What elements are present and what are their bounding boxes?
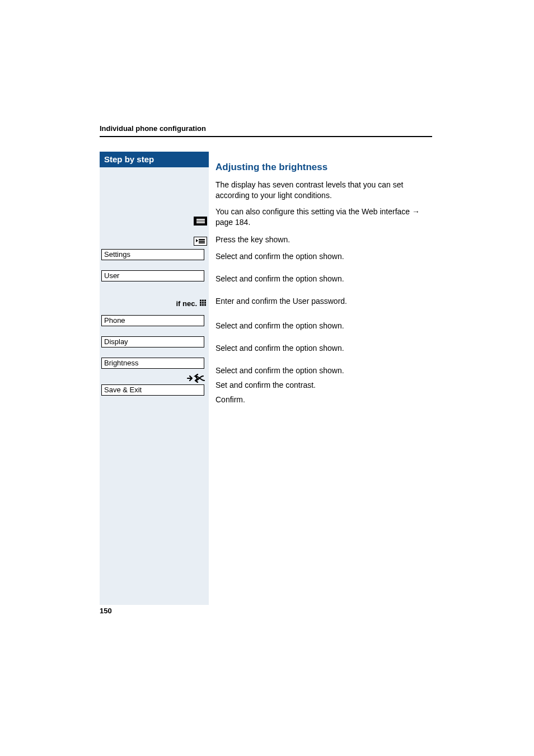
content-heading: Adjusting the brightness: [216, 162, 432, 173]
set-confirm-icon: [186, 374, 205, 383]
sidebar-row-brightness: Brightness: [100, 358, 209, 384]
keypad-icon: [199, 299, 207, 307]
menu-option-phone: Phone: [101, 315, 204, 326]
page-header: Individual phone configuration: [100, 124, 432, 137]
if-nec-text: if nec.: [176, 299, 197, 308]
web-note-post: page 184.: [216, 218, 250, 227]
step-set-contrast: Set and confirm the contrast.: [216, 379, 432, 393]
sidebar-row-display: Display: [100, 336, 209, 358]
step-brightness: Select and confirm the option shown.: [216, 364, 432, 379]
step-settings: Select and confirm the option shown.: [216, 250, 432, 273]
sidebar-row-press-key: [100, 233, 209, 249]
sidebar-row-user: User: [100, 270, 209, 292]
step-user: Select and confirm the option shown.: [216, 273, 432, 295]
step-sidebar: Step by step: [100, 152, 209, 605]
sidebar-spacer: [100, 167, 209, 209]
web-note-pre: You can also configure this setting via …: [216, 207, 412, 216]
menu-option-save-exit: Save & Exit: [101, 384, 204, 396]
arrow-icon: →: [412, 207, 420, 216]
menu-option-display: Display: [101, 336, 204, 348]
content-column: Adjusting the brightness The display has…: [216, 152, 432, 605]
sidebar-row-settings: Settings: [100, 249, 209, 270]
sidebar-row-phone: Phone: [100, 315, 209, 336]
step-display: Select and confirm the option shown.: [216, 342, 432, 364]
page: Individual phone configuration Step by s…: [0, 0, 534, 756]
menu-option-brightness: Brightness: [101, 358, 204, 369]
menu-option-user: User: [101, 270, 204, 281]
sidebar-row-save-exit: Save & Exit: [100, 384, 209, 406]
sidebar-row-web-icon: [100, 209, 209, 233]
web-config-icon: [194, 217, 207, 226]
two-column-layout: Step by step: [100, 152, 432, 605]
step-phone: Select and confirm the option shown.: [216, 320, 432, 342]
sidebar-title: Step by step: [100, 152, 209, 167]
menu-key-icon: [194, 237, 207, 246]
step-confirm: Confirm.: [216, 393, 432, 416]
menu-option-settings: Settings: [101, 249, 204, 260]
step-password: Enter and confirm the User password.: [216, 295, 432, 320]
web-note: You can also configure this setting via …: [216, 206, 432, 228]
intro-paragraph: The display has seven contrast levels th…: [216, 180, 432, 201]
if-nec-label-group: if nec.: [176, 299, 207, 308]
page-number: 150: [100, 607, 112, 615]
sidebar-row-ifnec: if nec.: [100, 292, 209, 315]
step-press-key: Press the key shown.: [216, 233, 432, 250]
